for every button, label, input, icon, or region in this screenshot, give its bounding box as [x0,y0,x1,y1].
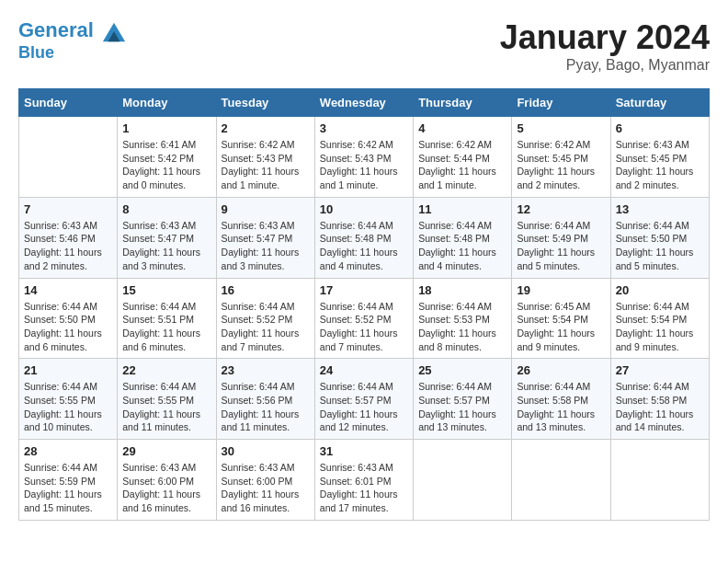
calendar-cell: 12Sunrise: 6:44 AMSunset: 5:49 PMDayligh… [512,197,610,278]
calendar-week-2: 7Sunrise: 6:43 AMSunset: 5:46 PMDaylight… [19,197,710,278]
calendar-cell: 26Sunrise: 6:44 AMSunset: 5:58 PMDayligh… [512,359,610,440]
day-info: Sunrise: 6:42 AMSunset: 5:43 PMDaylight:… [320,138,408,192]
day-info: Sunrise: 6:44 AMSunset: 5:48 PMDaylight:… [418,219,506,273]
day-info: Sunrise: 6:44 AMSunset: 5:52 PMDaylight:… [222,300,310,354]
day-number: 9 [222,202,310,216]
daylight-text: Daylight: 11 hours and 11 minutes. [222,408,310,434]
sunrise-text: Sunrise: 6:44 AM [320,300,408,314]
day-number: 22 [122,363,210,377]
sunset-text: Sunset: 5:55 PM [24,394,112,408]
day-info: Sunrise: 6:44 AMSunset: 5:55 PMDaylight:… [122,380,210,434]
calendar-cell [19,117,118,198]
sunrise-text: Sunrise: 6:44 AM [24,300,112,314]
logo-icon [101,18,127,44]
calendar-cell: 5Sunrise: 6:42 AMSunset: 5:45 PMDaylight… [512,117,610,198]
calendar-cell: 9Sunrise: 6:43 AMSunset: 5:47 PMDaylight… [216,197,314,278]
day-number: 5 [517,121,605,135]
sunset-text: Sunset: 5:44 PM [418,152,506,166]
daylight-text: Daylight: 11 hours and 11 minutes. [122,408,210,434]
day-info: Sunrise: 6:43 AMSunset: 5:46 PMDaylight:… [24,219,112,273]
logo-line1: General [18,18,94,41]
sunrise-text: Sunrise: 6:44 AM [320,219,408,233]
sunset-text: Sunset: 5:52 PM [222,313,310,327]
sunrise-text: Sunrise: 6:44 AM [418,380,506,394]
calendar-week-4: 21Sunrise: 6:44 AMSunset: 5:55 PMDayligh… [19,359,710,440]
day-info: Sunrise: 6:42 AMSunset: 5:45 PMDaylight:… [517,138,605,192]
calendar-cell: 31Sunrise: 6:43 AMSunset: 6:01 PMDayligh… [314,440,413,521]
sunrise-text: Sunrise: 6:43 AM [24,219,112,233]
daylight-text: Daylight: 11 hours and 2 minutes. [24,246,112,272]
day-info: Sunrise: 6:44 AMSunset: 5:54 PMDaylight:… [616,300,704,354]
daylight-text: Daylight: 11 hours and 13 minutes. [517,408,605,434]
calendar-cell: 16Sunrise: 6:44 AMSunset: 5:52 PMDayligh… [216,278,314,359]
sunrise-text: Sunrise: 6:44 AM [122,300,210,314]
sunrise-text: Sunrise: 6:41 AM [122,138,210,152]
calendar-cell: 22Sunrise: 6:44 AMSunset: 5:55 PMDayligh… [118,359,216,440]
sunset-text: Sunset: 5:59 PM [24,475,112,488]
sunset-text: Sunset: 5:58 PM [517,394,605,408]
day-info: Sunrise: 6:43 AMSunset: 5:47 PMDaylight:… [122,219,210,273]
sunset-text: Sunset: 5:43 PM [320,152,408,166]
weekday-header-monday: Monday [118,89,216,117]
sunrise-text: Sunrise: 6:44 AM [616,300,704,314]
day-number: 21 [24,363,112,377]
sunrise-text: Sunrise: 6:43 AM [122,461,210,475]
sunrise-text: Sunrise: 6:43 AM [222,219,310,233]
day-number: 10 [320,202,408,216]
calendar-cell [610,440,709,521]
day-number: 30 [222,444,310,458]
day-number: 26 [517,363,605,377]
sunrise-text: Sunrise: 6:42 AM [222,138,310,152]
day-info: Sunrise: 6:43 AMSunset: 6:00 PMDaylight:… [122,461,210,515]
day-number: 19 [517,283,605,297]
calendar-cell: 21Sunrise: 6:44 AMSunset: 5:55 PMDayligh… [19,359,118,440]
sunrise-text: Sunrise: 6:43 AM [320,461,408,475]
calendar-week-5: 28Sunrise: 6:44 AMSunset: 5:59 PMDayligh… [19,440,710,521]
calendar-cell: 18Sunrise: 6:44 AMSunset: 5:53 PMDayligh… [414,278,512,359]
sunset-text: Sunset: 5:52 PM [320,313,408,327]
daylight-text: Daylight: 11 hours and 6 minutes. [122,327,210,353]
calendar-cell: 2Sunrise: 6:42 AMSunset: 5:43 PMDaylight… [216,117,314,198]
sunset-text: Sunset: 6:00 PM [222,475,310,488]
sunset-text: Sunset: 5:43 PM [222,152,310,166]
daylight-text: Daylight: 11 hours and 4 minutes. [418,246,506,272]
calendar-cell: 15Sunrise: 6:44 AMSunset: 5:51 PMDayligh… [118,278,216,359]
sunset-text: Sunset: 5:48 PM [320,232,408,246]
logo: General Blue [18,18,127,63]
day-info: Sunrise: 6:44 AMSunset: 5:58 PMDaylight:… [616,380,704,434]
sunset-text: Sunset: 5:57 PM [320,394,408,408]
sunset-text: Sunset: 5:46 PM [24,232,112,246]
day-info: Sunrise: 6:44 AMSunset: 5:48 PMDaylight:… [320,219,408,273]
calendar-cell [414,440,512,521]
sunset-text: Sunset: 5:51 PM [122,313,210,327]
day-info: Sunrise: 6:44 AMSunset: 5:52 PMDaylight:… [320,300,408,354]
sunrise-text: Sunrise: 6:42 AM [517,138,605,152]
daylight-text: Daylight: 11 hours and 5 minutes. [517,246,605,272]
day-number: 24 [320,363,408,377]
daylight-text: Daylight: 11 hours and 9 minutes. [616,327,704,353]
daylight-text: Daylight: 11 hours and 13 minutes. [418,408,506,434]
sunset-text: Sunset: 5:49 PM [517,232,605,246]
day-number: 7 [24,202,112,216]
sunset-text: Sunset: 5:58 PM [616,394,704,408]
day-info: Sunrise: 6:44 AMSunset: 5:51 PMDaylight:… [122,300,210,354]
day-number: 13 [616,202,704,216]
day-info: Sunrise: 6:44 AMSunset: 5:59 PMDaylight:… [24,461,112,515]
sunset-text: Sunset: 5:54 PM [616,313,704,327]
day-number: 14 [24,283,112,297]
weekday-header-thursday: Thursday [414,89,512,117]
calendar-cell: 24Sunrise: 6:44 AMSunset: 5:57 PMDayligh… [314,359,413,440]
calendar-cell: 14Sunrise: 6:44 AMSunset: 5:50 PMDayligh… [19,278,118,359]
sunset-text: Sunset: 5:54 PM [517,313,605,327]
calendar-week-1: 1Sunrise: 6:41 AMSunset: 5:42 PMDaylight… [19,117,710,198]
sunrise-text: Sunrise: 6:44 AM [222,300,310,314]
day-info: Sunrise: 6:44 AMSunset: 5:53 PMDaylight:… [418,300,506,354]
daylight-text: Daylight: 11 hours and 3 minutes. [122,246,210,272]
day-number: 31 [320,444,408,458]
calendar-cell: 23Sunrise: 6:44 AMSunset: 5:56 PMDayligh… [216,359,314,440]
sunrise-text: Sunrise: 6:44 AM [122,380,210,394]
sunrise-text: Sunrise: 6:44 AM [616,380,704,394]
weekday-header-saturday: Saturday [610,89,709,117]
daylight-text: Daylight: 11 hours and 16 minutes. [122,488,210,514]
logo-line2: Blue [18,44,127,63]
